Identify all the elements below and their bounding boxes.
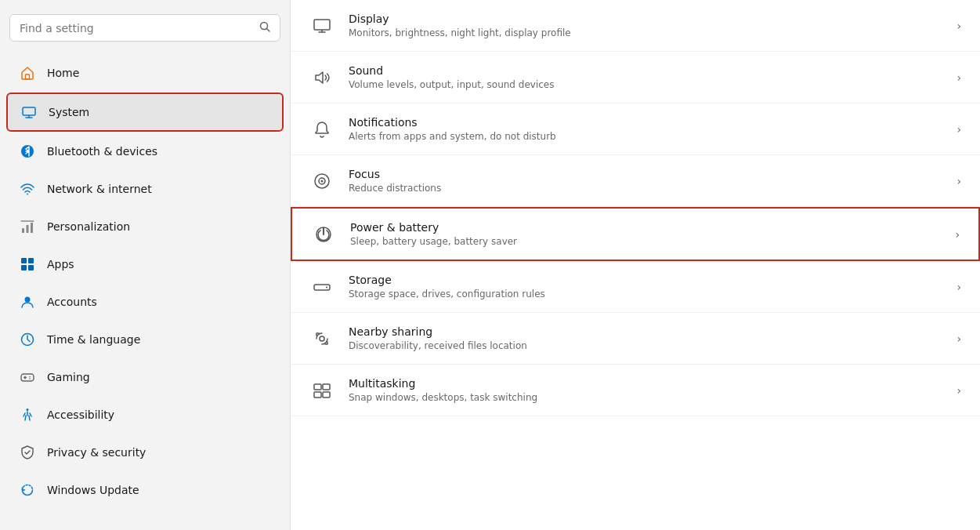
sidebar-item-privacy[interactable]: Privacy & security	[6, 434, 284, 470]
settings-item-text-multitasking: Multitasking Snap windows, desktops, tas…	[349, 377, 942, 403]
settings-item-subtitle-sound: Volume levels, output, input, sound devi…	[349, 79, 942, 90]
svg-point-35	[320, 336, 324, 341]
settings-item-subtitle-power: Sleep, battery usage, battery saver	[350, 236, 941, 247]
sidebar-item-accounts[interactable]: Accounts	[6, 284, 284, 320]
chevron-icon-display: ›	[956, 20, 961, 32]
svg-rect-3	[23, 107, 35, 115]
sidebar-item-gaming[interactable]: Gaming	[6, 359, 284, 395]
settings-item-text-power: Power & battery Sleep, battery usage, ba…	[350, 221, 941, 247]
accounts-icon	[19, 293, 36, 310]
settings-item-storage[interactable]: Storage Storage space, drives, configura…	[291, 261, 980, 313]
settings-item-title-sound: Sound	[349, 64, 942, 77]
sidebar-item-label-home: Home	[47, 67, 79, 79]
settings-item-sound[interactable]: Sound Volume levels, output, input, soun…	[291, 52, 980, 103]
privacy-icon	[19, 444, 36, 461]
settings-item-text-storage: Storage Storage space, drives, configura…	[349, 274, 942, 299]
sidebar-item-home[interactable]: Home	[6, 55, 284, 91]
sidebar-item-label-privacy: Privacy & security	[47, 446, 146, 459]
system-icon	[20, 103, 38, 121]
sidebar-item-label-gaming: Gaming	[47, 371, 90, 383]
sidebar-item-update[interactable]: Windows Update	[6, 472, 284, 508]
chevron-icon-power: ›	[955, 228, 960, 241]
settings-item-text-nearby: Nearby sharing Discoverability, received…	[349, 325, 942, 351]
sidebar-item-bluetooth[interactable]: Bluetooth & devices	[6, 133, 284, 169]
chevron-icon-storage: ›	[956, 281, 961, 293]
power-icon	[311, 222, 336, 247]
sidebar-item-label-system: System	[49, 106, 89, 118]
nearby-icon	[309, 326, 335, 351]
svg-rect-38	[314, 392, 321, 398]
settings-item-nearby[interactable]: Nearby sharing Discoverability, received…	[291, 313, 980, 365]
sidebar-item-label-personalization: Personalization	[47, 220, 130, 233]
sidebar-item-system[interactable]: System	[6, 93, 284, 132]
svg-marker-27	[316, 72, 323, 83]
personalization-icon	[19, 218, 36, 235]
settings-item-subtitle-display: Monitors, brightness, night light, displ…	[349, 27, 942, 38]
sidebar-item-network[interactable]: Network & internet	[6, 171, 284, 207]
sidebar: Home System Bluetooth & devices	[0, 0, 290, 530]
svg-rect-13	[28, 258, 34, 263]
storage-icon	[309, 274, 335, 299]
display-icon	[309, 13, 335, 38]
chevron-icon-focus: ›	[956, 175, 961, 187]
notifications-icon	[309, 117, 335, 142]
svg-rect-2	[26, 74, 30, 79]
sidebar-item-label-accessibility: Accessibility	[47, 408, 114, 421]
apps-icon	[19, 256, 36, 273]
sidebar-item-label-update: Windows Update	[47, 484, 139, 496]
home-icon	[19, 64, 36, 82]
settings-item-title-multitasking: Multitasking	[349, 377, 942, 390]
settings-item-text-sound: Sound Volume levels, output, input, soun…	[349, 64, 942, 90]
settings-item-text-notifications: Notifications Alerts from apps and syste…	[349, 116, 942, 142]
svg-point-34	[326, 286, 327, 288]
settings-item-title-display: Display	[349, 13, 942, 25]
settings-item-focus[interactable]: Focus Reduce distractions ›	[291, 155, 980, 207]
settings-item-title-storage: Storage	[349, 274, 942, 286]
chevron-icon-multitasking: ›	[956, 384, 961, 397]
svg-rect-15	[28, 265, 34, 270]
search-input[interactable]	[20, 22, 253, 34]
sidebar-item-label-time: Time & language	[47, 333, 140, 346]
sidebar-item-apps[interactable]: Apps	[6, 246, 284, 282]
settings-item-display[interactable]: Display Monitors, brightness, night ligh…	[291, 0, 980, 52]
chevron-icon-sound: ›	[956, 71, 961, 84]
sidebar-item-time[interactable]: Time & language	[6, 321, 284, 358]
svg-point-7	[27, 194, 28, 195]
search-box[interactable]	[9, 14, 280, 42]
update-icon	[19, 481, 36, 499]
svg-rect-24	[314, 20, 330, 30]
svg-rect-10	[31, 223, 33, 233]
sound-icon	[309, 65, 335, 90]
time-icon	[19, 331, 36, 348]
main-content: Display Monitors, brightness, night ligh…	[290, 0, 980, 530]
svg-point-22	[29, 378, 31, 379]
sidebar-item-label-apps: Apps	[47, 258, 74, 270]
svg-line-1	[267, 29, 270, 32]
network-icon	[19, 180, 36, 198]
sidebar-item-personalization[interactable]: Personalization	[6, 209, 284, 245]
search-icon	[259, 21, 270, 34]
settings-item-title-power: Power & battery	[350, 221, 941, 234]
settings-item-title-nearby: Nearby sharing	[349, 325, 942, 338]
bluetooth-icon	[19, 143, 36, 160]
settings-item-multitasking[interactable]: Multitasking Snap windows, desktops, tas…	[291, 365, 980, 416]
settings-item-title-focus: Focus	[349, 168, 942, 180]
settings-item-subtitle-notifications: Alerts from apps and system, do not dist…	[349, 131, 942, 142]
settings-item-title-notifications: Notifications	[349, 116, 942, 129]
svg-rect-39	[323, 392, 330, 398]
svg-point-23	[27, 408, 29, 411]
svg-point-30	[321, 180, 324, 182]
settings-item-power[interactable]: Power & battery Sleep, battery usage, ba…	[291, 207, 980, 261]
sidebar-item-label-network: Network & internet	[47, 183, 152, 195]
svg-rect-36	[314, 384, 321, 390]
multitasking-icon	[309, 378, 335, 403]
svg-rect-14	[21, 265, 27, 270]
settings-item-subtitle-focus: Reduce distractions	[349, 183, 942, 194]
accessibility-icon	[19, 406, 36, 423]
settings-item-notifications[interactable]: Notifications Alerts from apps and syste…	[291, 103, 980, 155]
sidebar-item-accessibility[interactable]: Accessibility	[6, 397, 284, 433]
settings-item-subtitle-nearby: Discoverability, received files location	[349, 340, 942, 351]
chevron-icon-nearby: ›	[956, 332, 961, 345]
sidebar-item-label-accounts: Accounts	[47, 296, 97, 308]
focus-icon	[309, 169, 335, 194]
